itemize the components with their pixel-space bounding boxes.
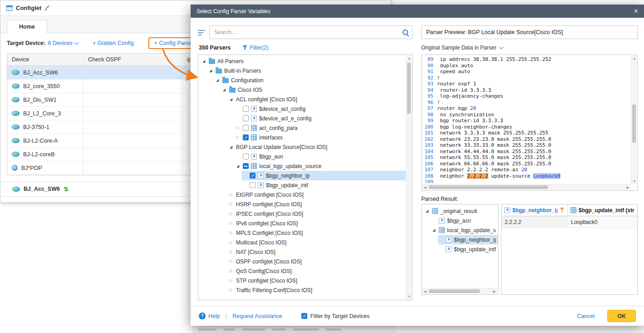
checkbox-checked[interactable] <box>243 134 249 140</box>
tree-item[interactable]: ◢Cisco IOS <box>198 85 406 94</box>
checkbox-checked[interactable] <box>250 173 256 179</box>
sample-data-selector[interactable]: Original Sample Data in Parser <box>421 45 503 51</box>
scrollbar-thumb[interactable] <box>632 104 636 143</box>
request-assistance-link[interactable]: Request Assistance <box>232 313 282 319</box>
golden-config-button[interactable]: + Golden Config <box>93 40 134 46</box>
tree-item[interactable]: ◢ACL configlet [Cisco IOS] <box>198 94 406 104</box>
collapse-arrow-icon[interactable]: ◢ <box>431 229 437 232</box>
config-parser-button[interactable]: + Config Parser <box>154 40 194 46</box>
help-icon[interactable] <box>199 313 206 319</box>
column-header[interactable]: Device <box>7 54 84 65</box>
close-icon[interactable]: × <box>634 8 638 15</box>
tab-home[interactable]: Home <box>7 20 47 33</box>
collapse-arrow-icon[interactable]: ◢ <box>215 79 220 82</box>
table-row[interactable]: 2.2.2.2Loopback0 <box>501 216 637 228</box>
tree-item[interactable]: ▷Multicast [Cisco IOS] <box>198 238 406 247</box>
filter-by-target-devices[interactable]: Filter by Target Devices <box>301 313 369 319</box>
expand-arrow-icon[interactable]: ▷ <box>228 212 234 216</box>
scrollbar-thumb[interactable] <box>429 185 548 189</box>
checkbox-indeterminate[interactable] <box>243 163 249 169</box>
tree-item[interactable]: ◢Configuration <box>198 75 406 85</box>
tree-item[interactable]: ▷IPv6 configlet [Cisco IOS] <box>198 219 406 228</box>
scrollbar-thumb[interactable] <box>429 289 480 293</box>
help-link[interactable]: Help <box>208 313 220 319</box>
checkbox-unchecked[interactable] <box>250 182 256 188</box>
tree-item[interactable]: $bgp_asn <box>422 216 498 225</box>
scroll-down-icon[interactable]: ▼ <box>631 178 637 184</box>
column-header[interactable]: $bgp_neighbor_ip (... <box>501 204 568 216</box>
tree-item[interactable]: $bgp_asn <box>198 152 406 161</box>
tree-item[interactable]: ▷IPSEC configlet [Cisco IOS] <box>198 209 406 219</box>
tree-scrollbar[interactable]: ▲ ▼ <box>406 55 412 299</box>
tree-item[interactable]: $bgp_update_intf <box>422 244 498 254</box>
collapse-arrow-icon[interactable]: ◢ <box>201 60 206 63</box>
tree-item[interactable]: ▷STP configlet [Cisco IOS] <box>198 276 406 285</box>
filter-button[interactable]: Filter(2) <box>242 45 268 51</box>
scroll-left-icon[interactable]: ◀ <box>422 288 428 294</box>
tree-item[interactable]: ◢_original_result <box>422 206 498 216</box>
scroll-down-icon[interactable]: ▼ <box>406 293 412 299</box>
tree-item[interactable]: ▷Traffic Filtering Conf[Cisco IOS] <box>198 285 406 295</box>
tree-item[interactable]: ▷interfaces <box>198 133 406 142</box>
target-device-dropdown[interactable]: 8 Devices <box>48 40 78 46</box>
cancel-button[interactable]: Cancel <box>577 313 595 319</box>
collapse-arrow-icon[interactable]: ◢ <box>424 209 430 213</box>
checkbox-unchecked[interactable] <box>243 125 249 131</box>
filter-lines-icon[interactable] <box>198 30 205 35</box>
tree-item[interactable]: ▷MPLS Configlet [Cisco IOS] <box>198 228 406 238</box>
code-vertical-scrollbar[interactable]: ▲ ▼ <box>631 55 637 184</box>
collapse-arrow-icon[interactable]: ◢ <box>221 88 227 92</box>
tree-item[interactable]: ◢Built-in Parsers <box>198 66 406 75</box>
expand-arrow-icon[interactable]: ▷ <box>228 221 234 225</box>
tree-item[interactable]: ▷OSPF configlet [Cisco IOS] <box>198 257 406 266</box>
checkbox-unchecked[interactable] <box>243 154 249 159</box>
expand-arrow-icon[interactable]: ▷ <box>235 135 241 139</box>
tree-item[interactable]: ◢local_bgp_update_source <box>198 161 406 171</box>
tree-item[interactable]: ▷HSRP configlet [Cisco IOS] <box>198 199 406 209</box>
tree-item[interactable]: $device_acl_e_config <box>198 114 406 123</box>
checkbox-unchecked[interactable] <box>243 106 249 112</box>
scrollbar-thumb[interactable] <box>407 63 411 114</box>
scroll-up-icon[interactable]: ▲ <box>631 55 637 61</box>
checkbox-unchecked[interactable] <box>243 115 249 121</box>
expand-arrow-icon[interactable]: ▷ <box>228 240 234 244</box>
tree-item[interactable]: $bgp_update_intf <box>198 180 406 190</box>
tree-item[interactable]: $bgp_neighbor_ip <box>198 171 406 180</box>
tree-item[interactable]: ◢BGP Local Update Source[Cisco IOS] <box>198 142 406 152</box>
tree-item[interactable]: $bgp_neighbor_ip <box>422 235 498 244</box>
scroll-right-icon[interactable]: ▶ <box>625 184 631 190</box>
collapse-arrow-icon[interactable]: ◢ <box>228 98 234 101</box>
tree-item[interactable]: ◢local_bgp_update_sou <box>422 225 498 235</box>
checkbox-checked[interactable] <box>301 313 307 319</box>
edit-icon[interactable] <box>44 5 51 11</box>
expand-arrow-icon[interactable]: ▷ <box>228 250 234 254</box>
expand-arrow-icon[interactable]: ▷ <box>228 269 234 273</box>
code-text: bgp log-neighbor-changes <box>437 124 512 130</box>
tree-item[interactable]: $device_acl_config <box>198 104 406 114</box>
tree-item[interactable]: ▷acl_config_para <box>198 123 406 133</box>
tree-item[interactable]: ◢All Parsers <box>198 56 406 66</box>
expand-arrow-icon[interactable]: ▷ <box>228 193 234 197</box>
tree-item[interactable]: ▷EIGRP configlet [Cisco IOS] <box>198 190 406 199</box>
collapse-arrow-icon[interactable]: ◢ <box>235 164 241 168</box>
search-input[interactable] <box>209 25 413 39</box>
expand-arrow-icon[interactable]: ▷ <box>228 259 234 263</box>
funnel-icon[interactable] <box>560 208 565 213</box>
expand-arrow-icon[interactable]: ▷ <box>228 231 234 235</box>
collapse-arrow-icon[interactable]: ◢ <box>228 145 234 149</box>
search-icon[interactable] <box>402 29 409 36</box>
scroll-up-icon[interactable]: ▲ <box>406 55 412 61</box>
expand-arrow-icon[interactable]: ▷ <box>228 202 234 206</box>
scroll-left-icon[interactable]: ◀ <box>422 184 428 190</box>
ok-button[interactable]: OK <box>607 310 636 322</box>
result-tree-scrollbar[interactable]: ◀ ▶ <box>422 288 497 294</box>
tree-item[interactable]: ▷QoS Config[Cisco IOS] <box>198 266 406 276</box>
collapse-arrow-icon[interactable]: ◢ <box>208 69 213 73</box>
expand-arrow-icon[interactable]: ▷ <box>228 278 234 283</box>
scroll-right-icon[interactable]: ▶ <box>492 288 497 294</box>
column-header[interactable]: $bgp_update_intf (strin... <box>568 204 637 216</box>
code-horizontal-scrollbar[interactable]: ◀ ▶ <box>422 184 631 190</box>
tree-item[interactable]: ▷NAT [Cisco IOS] <box>198 247 406 257</box>
expand-arrow-icon[interactable]: ▷ <box>235 126 241 130</box>
expand-arrow-icon[interactable]: ▷ <box>228 288 234 292</box>
